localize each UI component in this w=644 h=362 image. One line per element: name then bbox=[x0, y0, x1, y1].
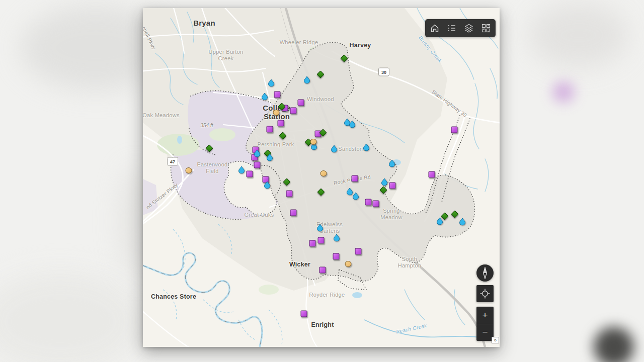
marker-orange-circle[interactable] bbox=[345, 261, 352, 267]
water-drop-icon bbox=[459, 218, 466, 226]
water-drop-icon bbox=[267, 154, 273, 161]
marker-blue-drop[interactable] bbox=[347, 188, 353, 196]
marker-blue-drop[interactable] bbox=[349, 121, 356, 128]
water-drop-icon bbox=[353, 193, 359, 200]
marker-orange-circle[interactable] bbox=[186, 167, 192, 173]
marker-magenta-square[interactable] bbox=[301, 311, 307, 317]
marker-magenta-square[interactable] bbox=[274, 92, 281, 98]
locate-button[interactable] bbox=[476, 285, 494, 302]
basemap-icon bbox=[481, 23, 491, 33]
zoom-out-button[interactable]: − bbox=[476, 324, 494, 341]
legend-icon bbox=[447, 23, 457, 33]
legend-button[interactable] bbox=[444, 20, 460, 36]
water-drop-icon bbox=[238, 166, 245, 174]
water-drop-icon bbox=[363, 144, 370, 151]
marker-orange-circle[interactable] bbox=[310, 139, 317, 145]
background-blur-blob-purple bbox=[552, 81, 575, 103]
marker-magenta-square[interactable] bbox=[352, 175, 358, 182]
water-drop-icon bbox=[331, 145, 338, 153]
background-blur-blob bbox=[0, 272, 141, 362]
marker-orange-circle[interactable] bbox=[320, 170, 327, 176]
marker-blue-drop[interactable] bbox=[254, 150, 261, 157]
water-drop-icon bbox=[264, 182, 271, 189]
marker-blue-drop[interactable] bbox=[262, 93, 268, 101]
marker-magenta-square[interactable] bbox=[254, 162, 261, 168]
marker-blue-drop[interactable] bbox=[389, 160, 395, 167]
marker-magenta-square[interactable] bbox=[278, 120, 284, 127]
layers-icon bbox=[464, 23, 474, 33]
marker-magenta-square[interactable] bbox=[286, 191, 293, 197]
marker-blue-drop[interactable] bbox=[381, 178, 388, 186]
water-drop-icon bbox=[437, 218, 443, 225]
compass-button[interactable] bbox=[476, 264, 494, 282]
map-canvas[interactable] bbox=[143, 8, 500, 347]
desktop-background: Bryanchell PkwyWheeler RidgeHarveyUpper … bbox=[0, 0, 644, 362]
water-drop-icon bbox=[347, 188, 353, 196]
marker-magenta-square[interactable] bbox=[373, 201, 379, 207]
marker-magenta-square[interactable] bbox=[333, 253, 340, 260]
water-drop-icon bbox=[349, 121, 356, 128]
marker-magenta-square[interactable] bbox=[451, 127, 458, 133]
marker-blue-drop[interactable] bbox=[268, 79, 275, 87]
marker-magenta-square[interactable] bbox=[309, 240, 316, 247]
marker-magenta-square[interactable] bbox=[267, 126, 273, 133]
home-icon bbox=[430, 23, 440, 33]
marker-blue-drop[interactable] bbox=[334, 234, 340, 242]
zoom-level-badge: 6 bbox=[492, 337, 499, 343]
compass-needle-icon bbox=[480, 267, 490, 279]
marker-magenta-square[interactable] bbox=[429, 171, 435, 178]
marker-magenta-square[interactable] bbox=[298, 100, 304, 106]
marker-blue-drop[interactable] bbox=[264, 182, 271, 189]
marker-blue-drop[interactable] bbox=[331, 145, 338, 153]
marker-magenta-square[interactable] bbox=[389, 183, 396, 189]
marker-magenta-square[interactable] bbox=[319, 267, 326, 274]
marker-magenta-square[interactable] bbox=[365, 199, 372, 206]
map-toolbar bbox=[425, 19, 496, 37]
marker-orange-circle[interactable] bbox=[273, 110, 280, 116]
basemap-button[interactable] bbox=[478, 20, 494, 36]
zoom-controls: + − bbox=[476, 307, 494, 341]
marker-blue-drop[interactable] bbox=[304, 76, 310, 84]
water-drop-icon bbox=[254, 150, 261, 157]
water-drop-icon bbox=[389, 160, 395, 167]
marker-blue-drop[interactable] bbox=[267, 154, 273, 161]
zoom-in-button[interactable]: + bbox=[476, 307, 494, 324]
marker-magenta-square[interactable] bbox=[318, 237, 325, 244]
water-drop-icon bbox=[381, 178, 388, 186]
home-button[interactable] bbox=[427, 20, 443, 36]
marker-blue-drop[interactable] bbox=[238, 166, 245, 174]
marker-magenta-square[interactable] bbox=[290, 210, 297, 216]
map-panel[interactable]: Bryanchell PkwyWheeler RidgeHarveyUpper … bbox=[143, 8, 500, 347]
water-drop-icon bbox=[317, 224, 324, 232]
marker-magenta-square[interactable] bbox=[355, 248, 362, 255]
background-blur-dark-circle bbox=[594, 327, 634, 362]
marker-blue-drop[interactable] bbox=[437, 218, 443, 225]
highway-shield-30: 30 bbox=[378, 68, 389, 76]
marker-blue-drop[interactable] bbox=[353, 193, 359, 200]
water-drop-icon bbox=[268, 79, 275, 87]
water-drop-icon bbox=[304, 76, 310, 84]
marker-blue-drop[interactable] bbox=[459, 218, 466, 226]
background-blur-blob bbox=[528, 3, 629, 68]
layers-button[interactable] bbox=[461, 20, 477, 36]
water-drop-icon bbox=[334, 234, 340, 242]
marker-magenta-square[interactable] bbox=[290, 108, 297, 114]
marker-blue-drop[interactable] bbox=[363, 144, 370, 151]
marker-blue-drop[interactable] bbox=[317, 224, 324, 232]
highway-shield-47: 47 bbox=[167, 157, 178, 166]
water-drop-icon bbox=[262, 93, 268, 101]
marker-magenta-square[interactable] bbox=[247, 171, 253, 177]
locate-icon bbox=[480, 289, 490, 299]
